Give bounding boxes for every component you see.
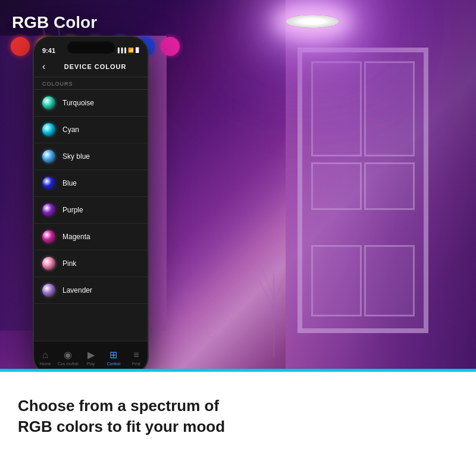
color-list-item[interactable]: Purple	[34, 197, 148, 224]
color-list-item[interactable]: Cyan	[34, 117, 148, 143]
door-panel	[311, 61, 362, 156]
color-name-label: Purple	[62, 206, 83, 214]
color-swatch	[42, 203, 55, 217]
color-swatch	[42, 150, 55, 163]
door-panel	[311, 162, 362, 210]
nav-icon-find: ≡	[133, 350, 139, 360]
bottom-nav: ⌂Home◉Cos.multsb▶Play⊞Control≡Find	[34, 341, 148, 369]
nav-icon-cos.multsb: ◉	[64, 349, 72, 360]
section-label: COLOURS	[34, 77, 148, 89]
nav-item-home[interactable]: ⌂Home	[34, 350, 57, 366]
color-dot-red[interactable]	[11, 37, 30, 56]
signal-icon: ▐▐▐	[116, 48, 126, 53]
rgb-color-title: RGB Color	[12, 13, 97, 32]
color-name-label: Sky blue	[62, 152, 90, 161]
color-name-label: Cyan	[62, 126, 79, 134]
color-list-item[interactable]: Sky blue	[34, 143, 148, 170]
bottom-text: Choose from a spectrum of RGB colors to …	[18, 396, 225, 437]
color-name-label: Lavender	[62, 286, 92, 294]
back-button[interactable]: ‹	[42, 61, 45, 72]
ceiling-light	[286, 15, 339, 33]
color-name-label: Turquoise	[62, 99, 94, 107]
svg-line-4	[274, 274, 286, 303]
nav-icon-home: ⌂	[42, 350, 48, 360]
color-swatch	[42, 257, 55, 270]
bottom-section: Choose from a spectrum of RGB colors to …	[0, 369, 476, 461]
door-panel	[311, 245, 362, 316]
status-icons: ▐▐▐ 📶 ▉	[116, 48, 139, 53]
color-name-label: Magenta	[62, 233, 90, 241]
room-background: RGB Color 9:41 ▐▐▐ 📶 ▉	[0, 0, 476, 369]
plant-decoration	[256, 250, 292, 357]
screen-title: DEVICE COLOUR	[51, 63, 139, 70]
nav-icon-play: ▶	[87, 349, 95, 360]
color-list-item[interactable]: Blue	[34, 170, 148, 197]
door-panel	[364, 245, 415, 316]
main-container: RGB Color 9:41 ▐▐▐ 📶 ▉	[0, 0, 476, 461]
nav-icon-control: ⊞	[109, 349, 117, 360]
color-swatch	[42, 96, 55, 109]
nav-item-control[interactable]: ⊞Control	[102, 349, 125, 366]
nav-item-play[interactable]: ▶Play	[79, 349, 102, 366]
color-list-item[interactable]: Magenta	[34, 224, 148, 250]
svg-line-2	[274, 286, 289, 321]
svg-line-1	[259, 280, 274, 309]
nav-label: Find	[132, 362, 140, 366]
door-panel	[364, 61, 415, 156]
color-dot-pink[interactable]	[161, 37, 180, 56]
nav-label: Home	[40, 362, 51, 366]
color-swatch	[42, 230, 55, 243]
color-list: TurquoiseCyanSky blueBluePurpleMagentaPi…	[34, 90, 148, 341]
nav-label: Control	[107, 362, 120, 366]
phone-outer: 9:41 ▐▐▐ 📶 ▉ ‹ DEVICE COLOUR	[33, 36, 149, 369]
battery-icon: ▉	[136, 48, 139, 53]
phone-screen: 9:41 ▐▐▐ 📶 ▉ ‹ DEVICE COLOUR	[34, 37, 148, 369]
nav-label: Cos.multsb	[58, 362, 79, 366]
color-name-label: Pink	[62, 259, 76, 268]
color-name-label: Blue	[62, 179, 77, 187]
phone-header: ‹ DEVICE COLOUR	[34, 58, 148, 77]
light-fixture	[286, 15, 339, 28]
phone-notch	[67, 42, 115, 54]
color-list-item[interactable]: Turquoise	[34, 90, 148, 117]
color-swatch	[42, 177, 55, 190]
color-swatch	[42, 284, 55, 297]
phone-mockup: 9:41 ▐▐▐ 📶 ▉ ‹ DEVICE COLOUR	[33, 36, 149, 369]
color-list-item[interactable]: Pink	[34, 250, 148, 277]
door-panel	[364, 162, 415, 210]
door	[298, 48, 428, 333]
color-swatch	[42, 123, 55, 136]
nav-item-find[interactable]: ≡Find	[125, 350, 148, 366]
nav-label: Play	[87, 362, 95, 366]
door-frame	[298, 48, 428, 333]
color-list-item[interactable]: Lavender	[34, 277, 148, 304]
nav-item-cos.multsb[interactable]: ◉Cos.multsb	[57, 349, 79, 366]
status-time: 9:41	[42, 47, 55, 54]
wifi-icon: 📶	[128, 48, 134, 53]
svg-line-3	[262, 268, 274, 297]
